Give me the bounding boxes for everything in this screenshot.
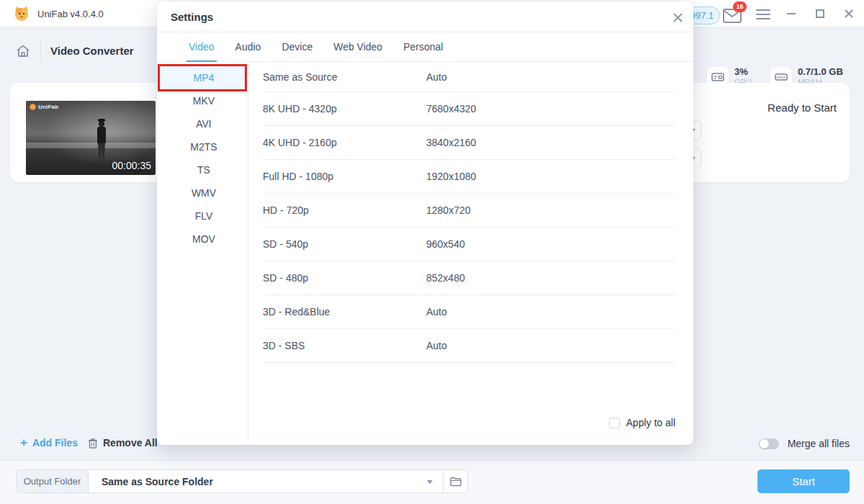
- watermark-logo-icon: [30, 104, 36, 110]
- resolution-row[interactable]: SD - 480p 852x480: [263, 261, 675, 295]
- format-item-mov[interactable]: MOV: [160, 228, 248, 251]
- remove-all-button[interactable]: Remove All: [88, 437, 158, 449]
- menu-icon[interactable]: [756, 9, 770, 19]
- ram-value: 0.7/1.0 GB: [798, 67, 843, 78]
- header-divider: [40, 40, 41, 62]
- merge-all-files-control: Merge all files: [759, 438, 850, 449]
- format-item-wmv[interactable]: WMV: [160, 181, 248, 204]
- settings-tabs: Video Audio Device Web Video Personal: [157, 32, 693, 62]
- home-icon[interactable]: [16, 45, 30, 58]
- app-window: UniFab v4.0.4.0 997.1 16: [0, 0, 864, 504]
- apply-to-all-checkbox[interactable]: [609, 418, 620, 428]
- resolution-row[interactable]: Full HD - 1080p 1920x1080: [263, 160, 675, 194]
- browse-folder-button[interactable]: [443, 470, 467, 492]
- format-list: MP4 MKV AVI M2TS TS WMV FLV MOV: [160, 66, 248, 251]
- tab-audio[interactable]: Audio: [235, 32, 261, 62]
- page-title: Video Converter: [50, 45, 134, 57]
- app-title: UniFab v4.0.4.0: [37, 9, 104, 19]
- tab-web-video[interactable]: Web Video: [333, 32, 382, 62]
- apply-to-all-label: Apply to all: [626, 417, 675, 428]
- start-button[interactable]: Start: [757, 469, 850, 493]
- settings-dialog: Settings Video Audio Device Web Video Pe…: [157, 1, 693, 445]
- minimize-button[interactable]: [785, 7, 798, 20]
- merge-toggle[interactable]: [759, 438, 779, 449]
- video-thumbnail[interactable]: UniFab 00:00:35: [26, 101, 156, 175]
- format-item-ts[interactable]: TS: [160, 158, 248, 181]
- maximize-button[interactable]: [814, 7, 827, 20]
- thumbnail-watermark: UniFab: [30, 104, 58, 110]
- resolution-list: Same as Source Auto 8K UHD - 4320p 7680x…: [263, 62, 675, 363]
- resolution-row[interactable]: Same as Source Auto: [263, 62, 675, 92]
- mail-notification-badge: 16: [733, 1, 747, 12]
- format-item-avi[interactable]: AVI: [160, 112, 248, 135]
- gpu-value: 3%: [734, 67, 752, 78]
- tab-video[interactable]: Video: [189, 32, 215, 62]
- add-files-button[interactable]: + Add Files: [20, 437, 78, 449]
- resolution-row[interactable]: HD - 720p 1280x720: [263, 194, 675, 228]
- resolution-row[interactable]: 3D - Red&Blue Auto: [263, 295, 675, 329]
- plus-icon: +: [20, 438, 27, 448]
- format-item-flv[interactable]: FLV: [160, 204, 248, 228]
- resolution-row[interactable]: SD - 540p 960x540: [263, 228, 675, 261]
- format-item-m2ts[interactable]: M2TS: [160, 135, 248, 158]
- close-window-button[interactable]: [842, 7, 855, 20]
- settings-close-button[interactable]: [670, 10, 685, 24]
- resolution-row[interactable]: 8K UHD - 4320p 7680x4320: [263, 92, 675, 126]
- format-item-mp4[interactable]: MP4: [160, 66, 248, 89]
- tab-device[interactable]: Device: [282, 32, 312, 62]
- video-duration: 00:00:35: [112, 160, 152, 171]
- format-list-divider: [248, 62, 248, 445]
- thumbnail-figure: [96, 121, 107, 158]
- settings-dialog-title: Settings: [171, 11, 213, 23]
- resolution-row[interactable]: 3D - SBS Auto: [263, 329, 675, 363]
- chevron-down-icon: [427, 480, 433, 484]
- resolution-row[interactable]: 4K UHD - 2160p 3840x2160: [263, 126, 675, 160]
- output-folder-control: Output Folder Same as Source Folder: [16, 469, 468, 493]
- output-folder-label: Output Folder: [17, 470, 89, 492]
- footer-bar: Output Folder Same as Source Folder Star…: [0, 460, 864, 504]
- merge-label: Merge all files: [788, 438, 850, 449]
- folder-icon: [450, 477, 462, 487]
- tab-personal[interactable]: Personal: [403, 32, 443, 62]
- unifab-logo-icon: [13, 5, 30, 22]
- status-text: Ready to Start: [768, 102, 837, 114]
- apply-to-all-control: Apply to all: [609, 417, 675, 428]
- format-item-mkv[interactable]: MKV: [160, 89, 248, 112]
- output-folder-select[interactable]: Same as Source Folder: [89, 470, 443, 492]
- settings-dialog-header: Settings: [157, 1, 693, 32]
- trash-icon: [88, 438, 98, 449]
